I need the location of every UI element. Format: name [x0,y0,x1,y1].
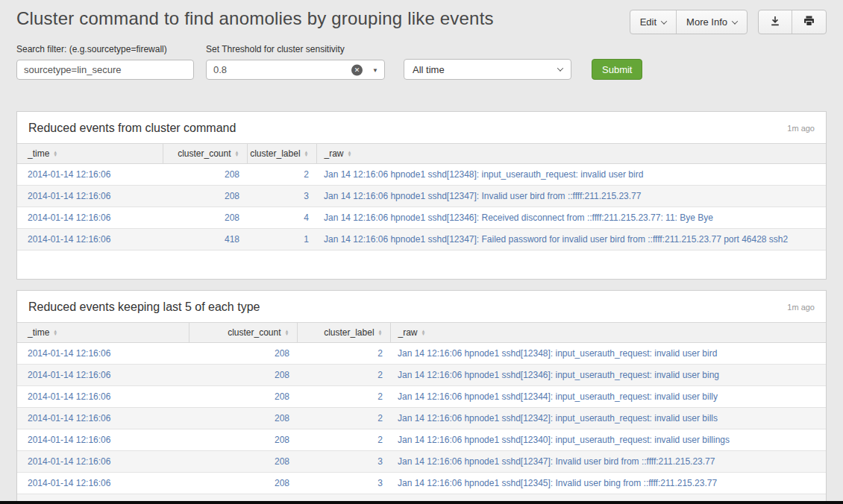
dashboard: Cluster command to find anomolies by gro… [0,0,843,504]
table-wrapper: _time▲▼cluster_count▲▼cluster_label▲▼_ra… [17,143,826,279]
table-row: 2014-01-14 12:16:062083Jan 14 12:16:06 h… [17,186,826,207]
edit-button-group: Edit More Info [630,10,748,34]
cell-label[interactable]: 2 [247,164,316,186]
cell-time[interactable]: 2014-01-14 12:16:06 [17,365,189,386]
cell-raw[interactable]: Jan 14 12:16:06 hpnode1 sshd[12344]: inp… [390,386,826,408]
sort-icon[interactable]: ▲▼ [53,330,57,336]
column-header-raw[interactable]: _raw▲▼ [316,144,826,164]
table-wrapper: _time▲▼cluster_count▲▼cluster_label▲▼_ra… [17,322,826,504]
cell-label[interactable]: 3 [297,473,390,494]
sort-icon[interactable]: ▲▼ [422,330,426,336]
column-header-cluster_label[interactable]: cluster_label▲▼ [247,144,316,164]
cell-label[interactable]: 2 [297,343,390,365]
cell-count[interactable]: 208 [189,365,297,386]
column-header-time[interactable]: _time▲▼ [17,144,163,164]
cell-time[interactable]: 2014-01-14 12:16:06 [17,343,189,365]
cell-raw[interactable]: Jan 14 12:16:06 hpnode1 sshd[12342]: inp… [390,408,826,429]
sort-icon[interactable]: ▲▼ [348,151,352,157]
time-range-select[interactable]: All time [404,59,571,80]
sort-icon[interactable]: ▲▼ [378,330,383,336]
panel-header: Reduced events keeping last 5 of each ty… [17,291,826,322]
column-header-cluster_label[interactable]: cluster_label▲▼ [297,323,390,343]
column-label: cluster_label [324,327,374,338]
threshold-label: Set Threshold for cluster sensitivity [206,44,385,54]
table-row: 2014-01-14 12:16:062083Jan 14 12:16:06 h… [17,473,826,494]
panel-last-five: Reduced events keeping last 5 of each ty… [16,290,827,504]
download-icon [770,16,780,28]
cell-time[interactable]: 2014-01-14 12:16:06 [17,186,163,207]
printer-icon [803,16,815,28]
caret-down-icon[interactable]: ▼ [372,66,378,73]
cell-count[interactable]: 208 [189,343,297,365]
page-title: Cluster command to find anomolies by gro… [16,8,494,29]
window-bottom-edge [0,501,843,504]
table-row: 2014-01-14 12:16:062082Jan 14 12:16:06 h… [17,365,826,386]
print-button[interactable] [792,10,826,34]
cell-count[interactable]: 208 [163,207,247,229]
cell-count[interactable]: 208 [189,451,297,473]
cell-time[interactable]: 2014-01-14 12:16:06 [17,207,163,229]
cell-label[interactable]: 2 [297,408,390,429]
sort-icon[interactable]: ▲▼ [235,151,239,157]
table-row: 2014-01-14 12:16:062082Jan 14 12:16:06 h… [17,164,826,186]
cell-count[interactable]: 418 [163,229,247,251]
cell-count[interactable]: 208 [189,429,297,451]
table-header-row: _time▲▼cluster_count▲▼cluster_label▲▼_ra… [17,323,826,343]
time-range-group: All time [404,59,571,80]
cell-time[interactable]: 2014-01-14 12:16:06 [17,386,189,408]
cell-count[interactable]: 208 [163,164,247,186]
cell-label[interactable]: 2 [297,386,390,408]
column-label: _raw [325,148,344,159]
cell-raw[interactable]: Jan 14 12:16:06 hpnode1 sshd[12347]: Inv… [316,186,826,207]
table-header-row: _time▲▼cluster_count▲▼cluster_label▲▼_ra… [17,144,826,164]
search-filter-input[interactable] [16,60,194,80]
panel-refresh-age: 1m ago [787,124,815,133]
cell-label[interactable]: 2 [297,365,390,386]
cell-count[interactable]: 208 [163,186,247,207]
cell-raw[interactable]: Jan 14 12:16:06 hpnode1 sshd[12347]: Fai… [316,229,826,251]
cell-raw[interactable]: Jan 14 12:16:06 hpnode1 sshd[12348]: inp… [316,164,826,186]
more-info-button-label: More Info [686,16,727,28]
cell-time[interactable]: 2014-01-14 12:16:06 [17,164,163,186]
cell-count[interactable]: 208 [189,473,297,494]
export-button[interactable] [759,10,792,34]
cell-count[interactable]: 208 [189,408,297,429]
sort-icon[interactable]: ▲▼ [304,151,309,157]
cell-time[interactable]: 2014-01-14 12:16:06 [17,451,189,473]
cell-label[interactable]: 3 [297,451,390,473]
threshold-combobox: ✕ ▼ [206,60,385,80]
time-range-value: All time [413,64,445,75]
cell-label[interactable]: 3 [247,186,316,207]
cell-raw[interactable]: Jan 14 12:16:06 hpnode1 sshd[12345]: Inv… [390,473,826,494]
cell-raw[interactable]: Jan 14 12:16:06 hpnode1 sshd[12348]: inp… [390,343,826,365]
more-info-button[interactable]: More Info [676,10,747,34]
filter-row: Search filter: (e.g.sourcetype=firewall)… [16,44,827,80]
column-label: cluster_label [250,148,300,159]
column-header-cluster_count[interactable]: cluster_count▲▼ [189,323,297,343]
column-header-cluster_count[interactable]: cluster_count▲▼ [163,144,247,164]
cell-raw[interactable]: Jan 14 12:16:06 hpnode1 sshd[12346]: inp… [390,365,826,386]
cell-count[interactable]: 208 [189,386,297,408]
cell-time[interactable]: 2014-01-14 12:16:06 [17,473,189,494]
cell-time[interactable]: 2014-01-14 12:16:06 [17,229,163,251]
submit-button[interactable]: Submit [592,59,642,80]
column-header-raw[interactable]: _raw▲▼ [390,323,826,343]
edit-button[interactable]: Edit [630,10,676,34]
table-row: 2014-01-14 12:16:062082Jan 14 12:16:06 h… [17,386,826,408]
cell-raw[interactable]: Jan 14 12:16:06 hpnode1 sshd[12340]: inp… [390,429,826,451]
cell-time[interactable]: 2014-01-14 12:16:06 [17,408,189,429]
column-label: _time [28,327,49,338]
sort-icon[interactable]: ▲▼ [53,151,57,157]
sort-icon[interactable]: ▲▼ [285,330,289,336]
threshold-group: Set Threshold for cluster sensitivity ✕ … [206,44,385,80]
cell-raw[interactable]: Jan 14 12:16:06 hpnode1 sshd[12347]: Inv… [390,451,826,473]
column-label: _raw [398,327,418,338]
cell-raw[interactable]: Jan 14 12:16:06 hpnode1 sshd[12346]: Rec… [316,207,826,229]
cell-time[interactable]: 2014-01-14 12:16:06 [17,429,189,451]
clear-icon[interactable]: ✕ [351,64,363,75]
column-header-time[interactable]: _time▲▼ [17,323,189,343]
cell-label[interactable]: 4 [247,207,316,229]
cell-label[interactable]: 1 [247,229,316,251]
dashboard-header: Cluster command to find anomolies by gro… [16,0,827,34]
cell-label[interactable]: 2 [297,429,390,451]
